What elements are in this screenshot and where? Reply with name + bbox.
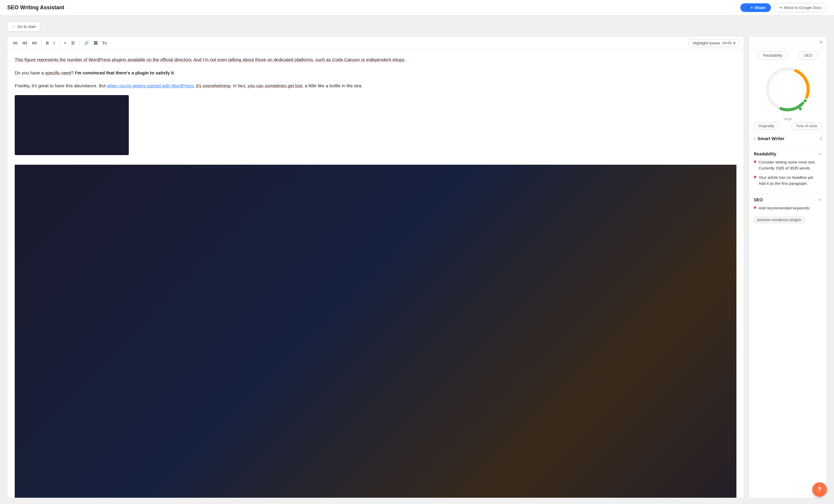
smart-writer-title-row: › Smart Writer — [754, 136, 785, 141]
paragraph-1: This figure represents the number of Wor… — [15, 56, 737, 64]
editor-image — [15, 95, 129, 155]
seo-bullet-dot — [754, 206, 756, 209]
radial-chart — [761, 62, 815, 116]
share-button[interactable]: 👤+ Share — [740, 3, 771, 12]
share-icon: 👤+ — [746, 5, 753, 10]
readability-item-2: Your article has no headline yet. Add it… — [754, 175, 822, 186]
chart-labels: Originality Tone of voice — [749, 121, 827, 131]
keyword-tag[interactable]: premium wordpress plugins — [754, 216, 805, 223]
score-tabs: Readability SEO — [749, 48, 827, 60]
h1-button[interactable]: H1 — [12, 40, 19, 46]
ordered-list-button[interactable]: ≡ — [62, 40, 68, 46]
readability-title: Readability — [754, 152, 776, 156]
paragraph-3: Frankly, it's great to have this abundan… — [15, 82, 737, 90]
smart-writer-title: Smart Writer — [758, 136, 785, 141]
highlight-dropdown[interactable]: Highlight issues 49/49 ▾ — [689, 39, 740, 47]
arrow-left-icon: ← — [12, 24, 16, 29]
target-label: Target — [783, 117, 793, 121]
app-title: SEO Writing Assistant — [7, 4, 64, 11]
svg-point-2 — [777, 78, 798, 100]
seo-section-header: SEO ✏ — [754, 198, 822, 202]
right-panel-header: ≡ — [749, 37, 827, 48]
google-docs-icon: ↪ — [779, 5, 782, 10]
toolbar-left: H1 H2 H3 B I ≡ ☰ 🔗 🖼 Tx — [12, 40, 108, 46]
bullet-dot-2 — [754, 176, 756, 178]
svg-point-1 — [772, 73, 804, 106]
editor-panel: H1 H2 H3 B I ≡ ☰ 🔗 🖼 Tx Highlight issues — [7, 36, 744, 498]
seo-item-1: Add recommended keywords: — [754, 205, 822, 211]
h2-button[interactable]: H2 — [21, 40, 28, 46]
right-panel-scroll[interactable]: Readability SEO — [749, 48, 827, 498]
tone-of-voice-button[interactable]: Tone of voice — [791, 122, 822, 130]
editor-content[interactable]: This figure represents the number of Wor… — [7, 50, 744, 498]
unordered-list-button[interactable]: ☰ — [70, 40, 76, 46]
svg-point-7 — [799, 108, 802, 110]
bullet-dot-1 — [754, 160, 756, 163]
originality-button[interactable]: Originality — [754, 122, 779, 130]
hamburger-icon[interactable]: ≡ — [819, 40, 822, 45]
app-header: SEO Writing Assistant 👤+ Share ↪ Move to… — [0, 0, 834, 16]
image-button[interactable]: 🖼 — [92, 40, 99, 46]
smart-writer-chevron-icon[interactable]: › — [754, 136, 755, 141]
h3-button[interactable]: H3 — [30, 40, 38, 46]
clear-format-button[interactable]: Tx — [101, 40, 108, 46]
italic-button[interactable]: I — [52, 40, 56, 46]
svg-point-6 — [804, 99, 807, 102]
smart-writer-section: › Smart Writer ℹ — [749, 131, 827, 147]
highlight-count: 49/49 — [722, 41, 732, 45]
bold-button[interactable]: B — [44, 40, 50, 46]
editor-toolbar: H1 H2 H3 B I ≡ ☰ 🔗 🖼 Tx Highlight issues — [7, 37, 744, 50]
paragraph-4 — [15, 95, 737, 159]
main-layout: ← Go to start H1 H2 H3 B I ≡ ☰ 🔗 — [0, 16, 834, 504]
go-to-start-button[interactable]: ← Go to start — [7, 22, 40, 31]
paragraph-2: Do you have a specific need? I'm convinc… — [15, 69, 737, 77]
content-area: H1 H2 H3 B I ≡ ☰ 🔗 🖼 Tx Highlight issues — [7, 36, 827, 498]
readability-tab[interactable]: Readability — [758, 51, 788, 60]
help-button[interactable]: ? — [812, 482, 827, 497]
readability-item-1: Consider writing some more text. Current… — [754, 159, 822, 171]
readability-edit-icon[interactable]: ✏ — [818, 152, 822, 156]
smart-writer-header: › Smart Writer ℹ — [754, 136, 822, 141]
seo-section: SEO ✏ Add recommended keywords: premium … — [749, 193, 827, 227]
header-actions: 👤+ Share ↪ Move to Google Docs — [740, 3, 827, 12]
seo-tab[interactable]: SEO — [798, 51, 818, 60]
readability-section-header: Readability ✏ — [754, 152, 822, 156]
link-button[interactable]: 🔗 — [83, 40, 90, 46]
right-panel: ≡ Readability SEO — [749, 36, 827, 498]
toolbar-separator-2 — [59, 41, 60, 46]
seo-edit-icon[interactable]: ✏ — [818, 198, 822, 202]
seo-title: SEO — [754, 198, 763, 202]
radial-chart-container: Target — [749, 60, 827, 121]
highlight-label: Highlight issues — [693, 41, 720, 45]
chevron-down-icon: ▾ — [733, 41, 736, 45]
toolbar-separator-3 — [79, 41, 80, 46]
google-docs-button[interactable]: ↪ Move to Google Docs — [774, 3, 827, 12]
readability-section: Readability ✏ Consider writing some more… — [749, 147, 827, 193]
info-icon[interactable]: ℹ — [820, 136, 822, 141]
